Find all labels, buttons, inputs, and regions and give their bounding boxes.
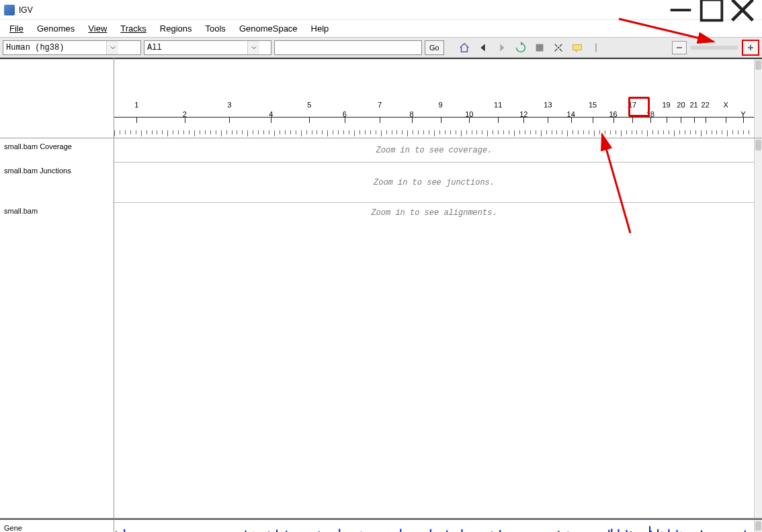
track-message: Zoom in to see junctions. [114, 163, 754, 203]
track-label[interactable]: small.bam [0, 203, 114, 434]
gene-track-label[interactable]: Gene [0, 520, 114, 532]
track-message: Zoom in to see alignments. [114, 203, 754, 518]
note-icon[interactable] [569, 40, 585, 56]
forward-icon[interactable] [494, 40, 510, 56]
zoom-out-button[interactable] [672, 41, 687, 54]
genome-select-value[interactable] [3, 41, 106, 54]
chromosome-label-20[interactable]: 20 [677, 101, 685, 109]
track-label[interactable]: small.bam Junctions [0, 163, 114, 203]
chromosome-label-13[interactable]: 13 [544, 101, 552, 109]
menu-genomes[interactable]: Genomes [30, 21, 81, 36]
chromosome-select-value[interactable] [144, 41, 247, 54]
refresh-icon[interactable] [513, 40, 529, 56]
maximize-button[interactable] [696, 0, 727, 20]
menu-regions[interactable]: Regions [153, 21, 199, 36]
chromosome-label-21[interactable]: 21 [689, 101, 697, 109]
main-area: small.bam Coveragesmall.bam Junctionssma… [0, 58, 762, 519]
title-bar: IGV [0, 0, 762, 20]
zoom-controls [672, 40, 759, 56]
locus-input-field[interactable] [275, 41, 421, 54]
locus-input[interactable] [274, 40, 422, 55]
chromosome-ideogram-area[interactable]: 12345678910111213141516171819202122XY [114, 58, 762, 138]
go-button[interactable]: Go [425, 40, 444, 55]
home-icon[interactable] [456, 40, 472, 56]
left-column: small.bam Coveragesmall.bam Junctionssma… [0, 58, 114, 519]
ruler-divider-icon [588, 40, 604, 56]
gene-track-row: Gene [0, 519, 762, 532]
close-button[interactable] [727, 0, 758, 20]
menu-tracks[interactable]: Tracks [114, 21, 153, 36]
svg-point-5 [557, 46, 559, 48]
svg-rect-4 [536, 44, 543, 51]
window-title: IGV [19, 5, 33, 15]
zoom-in-button[interactable] [742, 40, 759, 56]
chromosome-label-19[interactable]: 19 [662, 101, 670, 109]
chevron-down-icon[interactable] [106, 41, 118, 54]
chromosome-select[interactable] [144, 40, 271, 55]
menu-tools[interactable]: Tools [199, 21, 232, 36]
minimize-button[interactable] [665, 0, 696, 20]
gene-density-plot[interactable] [114, 520, 754, 532]
chromosome-label-9[interactable]: 9 [438, 101, 442, 109]
chromosome-label-1[interactable]: 1 [134, 101, 138, 109]
chromosome-label-3[interactable]: 3 [227, 101, 231, 109]
scrollbar[interactable] [754, 59, 762, 138]
ideogram-left-blank [0, 58, 114, 138]
menu-genomespace[interactable]: GenomeSpace [232, 21, 304, 36]
app-icon [4, 5, 15, 15]
chromosome-highlight-box [628, 97, 650, 117]
chromosome-label-11[interactable]: 11 [494, 101, 502, 109]
menu-help[interactable]: Help [304, 21, 336, 36]
back-icon[interactable] [475, 40, 491, 56]
right-column: 12345678910111213141516171819202122XY Zo… [114, 58, 762, 519]
chromosome-label-X[interactable]: X [723, 101, 728, 109]
svg-rect-6 [573, 44, 581, 50]
chromosome-label-15[interactable]: 15 [589, 101, 597, 109]
chromosome-label-5[interactable]: 5 [307, 101, 311, 109]
chevron-down-icon[interactable] [247, 41, 259, 54]
zoom-slider[interactable] [691, 46, 738, 50]
chromosome-label-22[interactable]: 22 [702, 101, 710, 109]
genome-select[interactable] [3, 40, 141, 55]
scrollbar[interactable] [754, 520, 762, 532]
toolbar: Go [0, 38, 762, 58]
svg-rect-1 [702, 0, 722, 20]
scrollbar[interactable] [754, 138, 762, 518]
track-label[interactable]: small.bam Coverage [0, 138, 114, 163]
region-icon[interactable] [532, 40, 548, 56]
menu-bar: File Genomes View Tracks Regions Tools G… [0, 20, 762, 38]
fit-icon[interactable] [550, 40, 566, 56]
menu-file[interactable]: File [3, 21, 30, 36]
track-message: Zoom in to see coverage. [114, 138, 754, 163]
menu-view[interactable]: View [81, 21, 114, 36]
chromosome-label-7[interactable]: 7 [378, 101, 382, 109]
